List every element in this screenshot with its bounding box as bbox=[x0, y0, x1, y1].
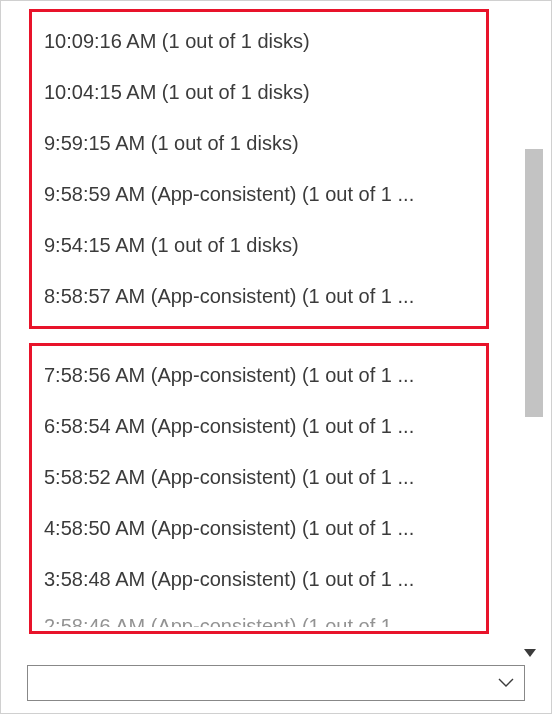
recovery-points-list: 10:09:16 AM (1 out of 1 disks) 10:04:15 … bbox=[29, 9, 489, 635]
svg-marker-0 bbox=[524, 649, 536, 657]
list-item[interactable]: 6:58:54 AM (App-consistent) (1 out of 1 … bbox=[40, 401, 478, 452]
highlight-group-2: 7:58:56 AM (App-consistent) (1 out of 1 … bbox=[29, 343, 489, 634]
list-item[interactable]: 9:58:59 AM (App-consistent) (1 out of 1 … bbox=[40, 169, 478, 220]
highlight-group-1: 10:09:16 AM (1 out of 1 disks) 10:04:15 … bbox=[29, 9, 489, 329]
scrollbar-thumb[interactable] bbox=[525, 149, 543, 417]
scroll-down-arrow[interactable] bbox=[517, 643, 543, 663]
list-item[interactable]: 8:58:57 AM (App-consistent) (1 out of 1 … bbox=[40, 271, 478, 322]
list-item[interactable]: 10:09:16 AM (1 out of 1 disks) bbox=[40, 16, 478, 67]
list-item[interactable]: 2:58:46 AM (App-consistent) (1 out of 1 … bbox=[40, 605, 478, 627]
list-item[interactable]: 3:58:48 AM (App-consistent) (1 out of 1 … bbox=[40, 554, 478, 605]
chevron-down-icon bbox=[498, 678, 514, 688]
list-item[interactable]: 9:54:15 AM (1 out of 1 disks) bbox=[40, 220, 478, 271]
list-item[interactable]: 5:58:52 AM (App-consistent) (1 out of 1 … bbox=[40, 452, 478, 503]
list-item[interactable]: 9:59:15 AM (1 out of 1 disks) bbox=[40, 118, 478, 169]
recovery-point-dropdown[interactable] bbox=[27, 665, 525, 701]
list-item[interactable]: 10:04:15 AM (1 out of 1 disks) bbox=[40, 67, 478, 118]
list-item[interactable]: 7:58:56 AM (App-consistent) (1 out of 1 … bbox=[40, 350, 478, 401]
list-item[interactable]: 4:58:50 AM (App-consistent) (1 out of 1 … bbox=[40, 503, 478, 554]
